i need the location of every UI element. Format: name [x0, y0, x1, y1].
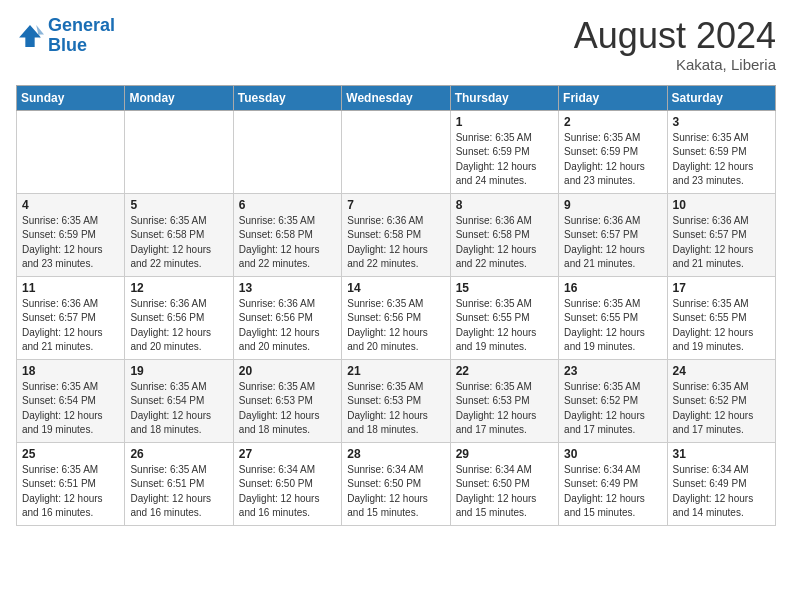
- day-number: 19: [130, 364, 227, 378]
- day-number: 10: [673, 198, 770, 212]
- logo-icon: [16, 22, 44, 50]
- day-detail: Sunrise: 6:34 AM Sunset: 6:49 PM Dayligh…: [673, 463, 770, 521]
- day-number: 18: [22, 364, 119, 378]
- day-detail: Sunrise: 6:35 AM Sunset: 6:59 PM Dayligh…: [673, 131, 770, 189]
- day-detail: Sunrise: 6:36 AM Sunset: 6:56 PM Dayligh…: [130, 297, 227, 355]
- day-number: 22: [456, 364, 553, 378]
- calendar-cell-4-6: 23Sunrise: 6:35 AM Sunset: 6:52 PM Dayli…: [559, 359, 667, 442]
- day-number: 16: [564, 281, 661, 295]
- weekday-header-sunday: Sunday: [17, 85, 125, 110]
- day-detail: Sunrise: 6:35 AM Sunset: 6:54 PM Dayligh…: [22, 380, 119, 438]
- day-number: 8: [456, 198, 553, 212]
- day-detail: Sunrise: 6:34 AM Sunset: 6:50 PM Dayligh…: [456, 463, 553, 521]
- day-detail: Sunrise: 6:34 AM Sunset: 6:50 PM Dayligh…: [239, 463, 336, 521]
- day-number: 26: [130, 447, 227, 461]
- day-number: 24: [673, 364, 770, 378]
- day-number: 29: [456, 447, 553, 461]
- day-number: 28: [347, 447, 444, 461]
- day-number: 23: [564, 364, 661, 378]
- day-number: 31: [673, 447, 770, 461]
- day-number: 25: [22, 447, 119, 461]
- location-subtitle: Kakata, Liberia: [574, 56, 776, 73]
- calendar-cell-5-1: 25Sunrise: 6:35 AM Sunset: 6:51 PM Dayli…: [17, 442, 125, 525]
- weekday-header-tuesday: Tuesday: [233, 85, 341, 110]
- calendar-week-5: 25Sunrise: 6:35 AM Sunset: 6:51 PM Dayli…: [17, 442, 776, 525]
- weekday-header-saturday: Saturday: [667, 85, 775, 110]
- weekday-header-thursday: Thursday: [450, 85, 558, 110]
- day-detail: Sunrise: 6:35 AM Sunset: 6:53 PM Dayligh…: [456, 380, 553, 438]
- calendar-header: SundayMondayTuesdayWednesdayThursdayFrid…: [17, 85, 776, 110]
- day-number: 20: [239, 364, 336, 378]
- calendar-cell-1-5: 1Sunrise: 6:35 AM Sunset: 6:59 PM Daylig…: [450, 110, 558, 193]
- day-detail: Sunrise: 6:36 AM Sunset: 6:58 PM Dayligh…: [456, 214, 553, 272]
- calendar-cell-3-7: 17Sunrise: 6:35 AM Sunset: 6:55 PM Dayli…: [667, 276, 775, 359]
- calendar-cell-4-1: 18Sunrise: 6:35 AM Sunset: 6:54 PM Dayli…: [17, 359, 125, 442]
- calendar-cell-2-7: 10Sunrise: 6:36 AM Sunset: 6:57 PM Dayli…: [667, 193, 775, 276]
- day-detail: Sunrise: 6:35 AM Sunset: 6:53 PM Dayligh…: [239, 380, 336, 438]
- calendar-cell-3-3: 13Sunrise: 6:36 AM Sunset: 6:56 PM Dayli…: [233, 276, 341, 359]
- day-number: 27: [239, 447, 336, 461]
- calendar-week-4: 18Sunrise: 6:35 AM Sunset: 6:54 PM Dayli…: [17, 359, 776, 442]
- calendar-cell-3-2: 12Sunrise: 6:36 AM Sunset: 6:56 PM Dayli…: [125, 276, 233, 359]
- day-number: 15: [456, 281, 553, 295]
- day-detail: Sunrise: 6:35 AM Sunset: 6:51 PM Dayligh…: [22, 463, 119, 521]
- day-number: 13: [239, 281, 336, 295]
- day-detail: Sunrise: 6:35 AM Sunset: 6:55 PM Dayligh…: [564, 297, 661, 355]
- day-detail: Sunrise: 6:35 AM Sunset: 6:56 PM Dayligh…: [347, 297, 444, 355]
- calendar-week-3: 11Sunrise: 6:36 AM Sunset: 6:57 PM Dayli…: [17, 276, 776, 359]
- calendar-cell-5-4: 28Sunrise: 6:34 AM Sunset: 6:50 PM Dayli…: [342, 442, 450, 525]
- calendar-cell-1-2: [125, 110, 233, 193]
- day-detail: Sunrise: 6:35 AM Sunset: 6:54 PM Dayligh…: [130, 380, 227, 438]
- day-number: 30: [564, 447, 661, 461]
- calendar-cell-3-5: 15Sunrise: 6:35 AM Sunset: 6:55 PM Dayli…: [450, 276, 558, 359]
- calendar-cell-3-6: 16Sunrise: 6:35 AM Sunset: 6:55 PM Dayli…: [559, 276, 667, 359]
- day-detail: Sunrise: 6:35 AM Sunset: 6:52 PM Dayligh…: [673, 380, 770, 438]
- day-detail: Sunrise: 6:36 AM Sunset: 6:57 PM Dayligh…: [564, 214, 661, 272]
- day-number: 9: [564, 198, 661, 212]
- weekday-header-row: SundayMondayTuesdayWednesdayThursdayFrid…: [17, 85, 776, 110]
- day-number: 4: [22, 198, 119, 212]
- logo: General Blue: [16, 16, 115, 56]
- day-detail: Sunrise: 6:35 AM Sunset: 6:58 PM Dayligh…: [130, 214, 227, 272]
- day-number: 14: [347, 281, 444, 295]
- calendar-cell-5-5: 29Sunrise: 6:34 AM Sunset: 6:50 PM Dayli…: [450, 442, 558, 525]
- day-number: 7: [347, 198, 444, 212]
- calendar-cell-5-7: 31Sunrise: 6:34 AM Sunset: 6:49 PM Dayli…: [667, 442, 775, 525]
- month-year-title: August 2024: [574, 16, 776, 56]
- day-number: 17: [673, 281, 770, 295]
- calendar-cell-1-1: [17, 110, 125, 193]
- calendar-cell-5-6: 30Sunrise: 6:34 AM Sunset: 6:49 PM Dayli…: [559, 442, 667, 525]
- calendar-cell-1-4: [342, 110, 450, 193]
- calendar-cell-2-3: 6Sunrise: 6:35 AM Sunset: 6:58 PM Daylig…: [233, 193, 341, 276]
- day-detail: Sunrise: 6:36 AM Sunset: 6:56 PM Dayligh…: [239, 297, 336, 355]
- day-detail: Sunrise: 6:35 AM Sunset: 6:51 PM Dayligh…: [130, 463, 227, 521]
- day-detail: Sunrise: 6:35 AM Sunset: 6:55 PM Dayligh…: [456, 297, 553, 355]
- calendar-cell-4-2: 19Sunrise: 6:35 AM Sunset: 6:54 PM Dayli…: [125, 359, 233, 442]
- day-number: 6: [239, 198, 336, 212]
- page-header: General Blue August 2024 Kakata, Liberia: [16, 16, 776, 73]
- calendar-cell-1-6: 2Sunrise: 6:35 AM Sunset: 6:59 PM Daylig…: [559, 110, 667, 193]
- day-number: 11: [22, 281, 119, 295]
- calendar-cell-1-7: 3Sunrise: 6:35 AM Sunset: 6:59 PM Daylig…: [667, 110, 775, 193]
- day-detail: Sunrise: 6:36 AM Sunset: 6:58 PM Dayligh…: [347, 214, 444, 272]
- day-number: 5: [130, 198, 227, 212]
- calendar-cell-4-4: 21Sunrise: 6:35 AM Sunset: 6:53 PM Dayli…: [342, 359, 450, 442]
- day-number: 21: [347, 364, 444, 378]
- calendar-cell-4-3: 20Sunrise: 6:35 AM Sunset: 6:53 PM Dayli…: [233, 359, 341, 442]
- calendar-cell-2-1: 4Sunrise: 6:35 AM Sunset: 6:59 PM Daylig…: [17, 193, 125, 276]
- calendar-cell-4-5: 22Sunrise: 6:35 AM Sunset: 6:53 PM Dayli…: [450, 359, 558, 442]
- calendar-cell-2-2: 5Sunrise: 6:35 AM Sunset: 6:58 PM Daylig…: [125, 193, 233, 276]
- calendar-cell-5-2: 26Sunrise: 6:35 AM Sunset: 6:51 PM Dayli…: [125, 442, 233, 525]
- calendar-week-1: 1Sunrise: 6:35 AM Sunset: 6:59 PM Daylig…: [17, 110, 776, 193]
- day-detail: Sunrise: 6:34 AM Sunset: 6:49 PM Dayligh…: [564, 463, 661, 521]
- day-detail: Sunrise: 6:35 AM Sunset: 6:59 PM Dayligh…: [456, 131, 553, 189]
- calendar-cell-3-4: 14Sunrise: 6:35 AM Sunset: 6:56 PM Dayli…: [342, 276, 450, 359]
- day-detail: Sunrise: 6:35 AM Sunset: 6:58 PM Dayligh…: [239, 214, 336, 272]
- logo-text: General Blue: [48, 16, 115, 56]
- calendar-cell-5-3: 27Sunrise: 6:34 AM Sunset: 6:50 PM Dayli…: [233, 442, 341, 525]
- day-number: 3: [673, 115, 770, 129]
- day-detail: Sunrise: 6:34 AM Sunset: 6:50 PM Dayligh…: [347, 463, 444, 521]
- day-detail: Sunrise: 6:35 AM Sunset: 6:52 PM Dayligh…: [564, 380, 661, 438]
- calendar-cell-2-4: 7Sunrise: 6:36 AM Sunset: 6:58 PM Daylig…: [342, 193, 450, 276]
- weekday-header-monday: Monday: [125, 85, 233, 110]
